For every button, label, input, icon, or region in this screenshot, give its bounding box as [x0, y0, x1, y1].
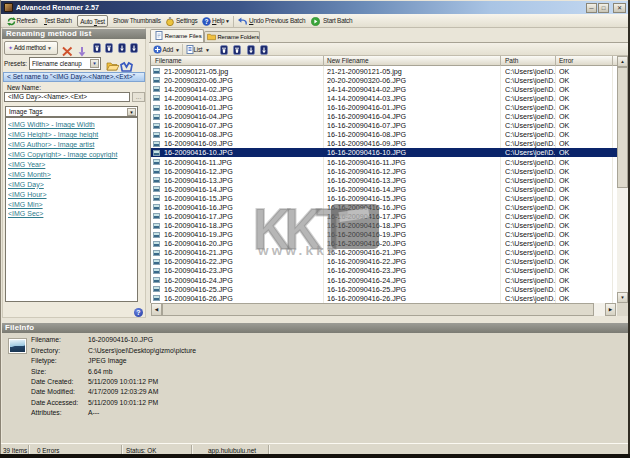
svg-text:?: ? [204, 18, 208, 25]
